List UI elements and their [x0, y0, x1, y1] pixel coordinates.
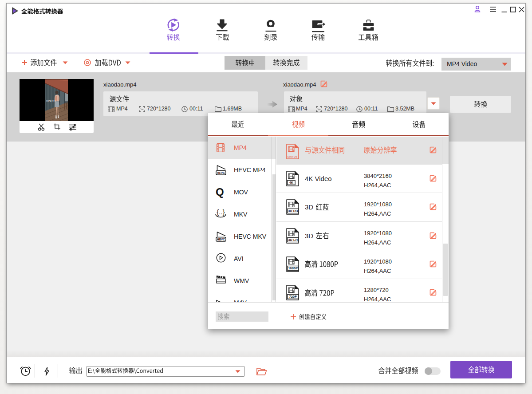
svg-text:3D RB: 3D RB: [288, 209, 298, 213]
svg-text:4K: 4K: [289, 181, 294, 185]
svg-text:1979.2.15: 1979.2.15: [46, 100, 56, 102]
svg-text:HEVC: HEVC: [217, 171, 225, 174]
svg-text:HEVC: HEVC: [217, 238, 225, 241]
svg-text:{..}: {..}: [217, 209, 225, 216]
svg-text:720P: 720P: [289, 295, 297, 299]
svg-text:3D LR: 3D LR: [288, 238, 298, 242]
svg-text:source: source: [288, 154, 298, 158]
svg-text:1080P: 1080P: [288, 266, 298, 270]
